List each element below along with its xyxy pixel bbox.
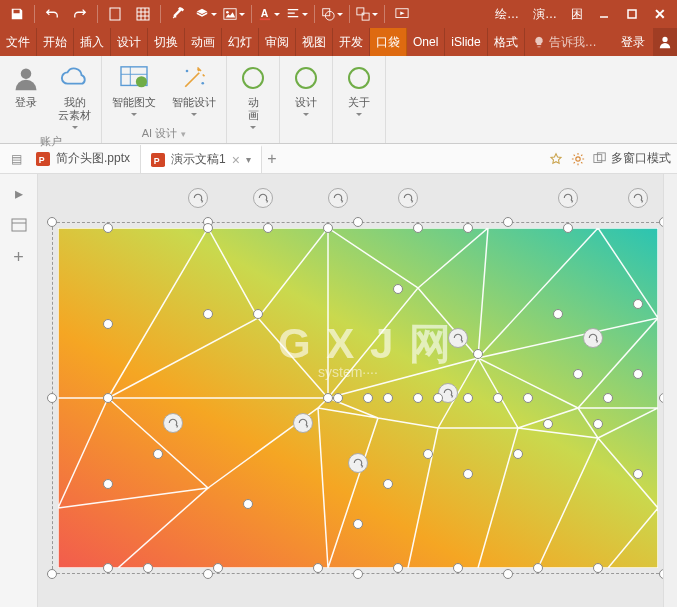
low-poly-graphic[interactable] <box>58 228 658 568</box>
tab-menu-icon[interactable]: ▤ <box>6 149 26 169</box>
image-button[interactable] <box>221 3 247 25</box>
menu-tab-视图[interactable]: 视图 <box>296 28 333 56</box>
menu-tab-开发[interactable]: 开发 <box>333 28 370 56</box>
resize-handle[interactable] <box>383 479 393 489</box>
resize-handle[interactable] <box>213 563 223 573</box>
rotation-handle[interactable] <box>448 328 468 348</box>
resize-handle[interactable] <box>543 419 553 429</box>
user-icon[interactable] <box>653 28 677 56</box>
save-button[interactable] <box>4 3 30 25</box>
multiwindow-button[interactable]: 多窗口模式 <box>593 150 671 167</box>
resize-handle[interactable] <box>413 393 423 403</box>
rotation-handle[interactable] <box>328 188 348 208</box>
resize-handle[interactable] <box>393 284 403 294</box>
resize-handle[interactable] <box>463 469 473 479</box>
resize-handle[interactable] <box>47 393 57 403</box>
layer-button[interactable] <box>193 3 219 25</box>
minimize-button[interactable] <box>591 3 617 25</box>
resize-handle[interactable] <box>47 569 57 579</box>
doc-tab-2[interactable]: P 演示文稿1 × ▾ <box>141 145 262 173</box>
resize-handle[interactable] <box>103 393 113 403</box>
ribbon-about-button[interactable]: 关于 <box>339 60 379 121</box>
rotation-handle[interactable] <box>293 413 313 433</box>
resize-handle[interactable] <box>453 563 463 573</box>
resize-handle[interactable] <box>353 569 363 579</box>
slide[interactable]: G X J 网 system···· <box>58 228 658 568</box>
menu-tab-口袋[interactable]: 口袋 <box>370 28 407 56</box>
login-link[interactable]: 登录 <box>613 28 653 56</box>
resize-handle[interactable] <box>633 369 643 379</box>
menu-tab-审阅[interactable]: 审阅 <box>259 28 296 56</box>
menu-tab-iSlide[interactable]: iSlide <box>445 28 487 56</box>
undo-button[interactable] <box>39 3 65 25</box>
table-button[interactable] <box>130 3 156 25</box>
menu-tab-动画[interactable]: 动画 <box>185 28 222 56</box>
ribbon-cloud-button[interactable]: 我的 云素材 <box>54 60 95 134</box>
resize-handle[interactable] <box>323 223 333 233</box>
resize-handle[interactable] <box>103 479 113 489</box>
ribbon-login-button[interactable]: 登录 <box>6 60 46 134</box>
resize-handle[interactable] <box>103 319 113 329</box>
resize-handle[interactable] <box>153 449 163 459</box>
resize-handle[interactable] <box>203 223 213 233</box>
ribbon-animation-button[interactable]: 动 画 <box>233 60 273 134</box>
expand-panel-icon[interactable]: ▸ <box>8 182 30 204</box>
resize-handle[interactable] <box>633 299 643 309</box>
resize-handle[interactable] <box>383 393 393 403</box>
menu-tab-Onel[interactable]: Onel <box>407 28 445 56</box>
menu-tab-幻灯[interactable]: 幻灯 <box>222 28 259 56</box>
gear-icon[interactable] <box>571 152 585 166</box>
resize-handle[interactable] <box>513 449 523 459</box>
resize-handle[interactable] <box>503 217 513 227</box>
resize-handle[interactable] <box>203 309 213 319</box>
menu-tab-设计[interactable]: 设计 <box>111 28 148 56</box>
menu-tab-文件[interactable]: 文件 <box>0 28 37 56</box>
rotation-handle[interactable] <box>163 413 183 433</box>
resize-handle[interactable] <box>313 563 323 573</box>
menu-tab-插入[interactable]: 插入 <box>74 28 111 56</box>
menu-tab-开始[interactable]: 开始 <box>37 28 74 56</box>
rotation-handle[interactable] <box>188 188 208 208</box>
resize-handle[interactable] <box>243 499 253 509</box>
rotation-handle[interactable] <box>558 188 578 208</box>
add-slide-icon[interactable]: + <box>8 246 30 268</box>
play-button[interactable] <box>389 3 415 25</box>
new-tab-button[interactable]: + <box>262 149 282 169</box>
rotation-handle[interactable] <box>583 328 603 348</box>
resize-handle[interactable] <box>333 393 343 403</box>
menu-tab-格式[interactable]: 格式 <box>488 28 525 56</box>
star-icon[interactable] <box>549 152 563 166</box>
rotation-handle[interactable] <box>628 188 648 208</box>
tab-dropdown-icon[interactable]: ▾ <box>246 154 251 165</box>
vertical-scrollbar[interactable] <box>663 174 677 607</box>
tell-me-search[interactable]: 告诉我… <box>525 28 613 56</box>
resize-handle[interactable] <box>363 393 373 403</box>
resize-handle[interactable] <box>433 393 443 403</box>
outline-icon[interactable] <box>8 214 30 236</box>
resize-handle[interactable] <box>47 217 57 227</box>
resize-handle[interactable] <box>553 309 563 319</box>
resize-handle[interactable] <box>493 393 503 403</box>
rotation-handle[interactable] <box>348 453 368 473</box>
resize-handle[interactable] <box>263 223 273 233</box>
resize-handle[interactable] <box>413 223 423 233</box>
ribbon-smart-image-button[interactable]: 智能图文 <box>108 60 160 121</box>
rotation-handle[interactable] <box>398 188 418 208</box>
resize-handle[interactable] <box>203 569 213 579</box>
resize-handle[interactable] <box>523 393 533 403</box>
doc-tab-1[interactable]: P 简介头图.pptx <box>26 145 141 173</box>
maximize-button[interactable] <box>619 3 645 25</box>
new-doc-button[interactable] <box>102 3 128 25</box>
close-button[interactable]: ✕ <box>647 3 673 25</box>
resize-handle[interactable] <box>353 217 363 227</box>
resize-handle[interactable] <box>253 309 263 319</box>
resize-handle[interactable] <box>593 563 603 573</box>
resize-handle[interactable] <box>103 563 113 573</box>
resize-handle[interactable] <box>563 223 573 233</box>
close-tab-icon[interactable]: × <box>232 152 240 168</box>
resize-handle[interactable] <box>503 569 513 579</box>
resize-handle[interactable] <box>603 393 613 403</box>
resize-handle[interactable] <box>463 223 473 233</box>
redo-button[interactable] <box>67 3 93 25</box>
align-button[interactable] <box>284 3 310 25</box>
